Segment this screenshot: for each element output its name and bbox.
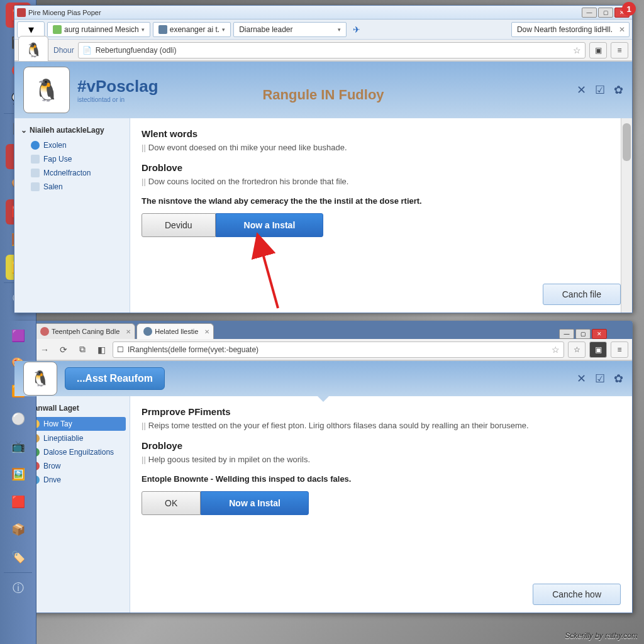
reload-button[interactable]: ⟳ — [56, 342, 71, 357]
close-tab-icon[interactable]: ✕ — [126, 328, 131, 335]
content-pane: Wlent words ||Dow evont doesed on thi mi… — [130, 118, 632, 313]
taskbar-info-icon[interactable]: ⓘ — [6, 575, 31, 601]
tab-right[interactable]: Dow Nearth festording lidHll.✕ — [511, 22, 630, 37]
settings-icon[interactable]: ✿ — [614, 372, 623, 386]
bookmark-item[interactable]: Diarnabe leader▾ — [233, 22, 347, 37]
window-title: Pire Mioeng Pias Poper — [28, 9, 101, 16]
minimize-button[interactable]: — — [559, 329, 574, 339]
window-1: Pire Mioeng Pias Poper — ▢ ✕ ▾ aurg ruta… — [14, 5, 633, 313]
sidebar: ⌄Niaileh autackleLagy Exolen Fap Use Mcd… — [14, 118, 130, 313]
section-heading: Prmprove PFiments — [142, 406, 621, 417]
minimize-button[interactable]: — — [582, 8, 597, 18]
button-row: OK Now a Instal — [142, 491, 621, 515]
teaser-title: Rangule IN Fudloy — [262, 87, 384, 103]
section-text: ||Dow couns locited on the frortedron hi… — [142, 177, 621, 186]
tab-strip: 🗔 Teentpeh Caning Bdle✕ Helated llestie✕… — [14, 321, 632, 339]
logo-icon[interactable]: 🐧 — [23, 362, 57, 396]
section-text: ||Dow evont doesed on thi mike your need… — [142, 143, 621, 152]
section-bold: Entople Bnownte - Wellding this insped t… — [142, 474, 621, 484]
app-icon — [17, 8, 26, 17]
logo-icon[interactable]: 🐧 — [23, 67, 70, 113]
section-heading: Droblove — [142, 162, 621, 173]
tab-active[interactable]: Helated llestie✕ — [136, 323, 214, 339]
sidebar-item[interactable]: Exolen — [14, 138, 130, 152]
tab-favicon — [40, 327, 49, 336]
star-icon[interactable]: ☆ — [552, 345, 560, 355]
menu-icon[interactable]: ≡ — [611, 341, 628, 358]
page-icon: ☐ — [117, 345, 124, 354]
primary-button[interactable]: Now a Instal — [201, 491, 309, 515]
address-input[interactable]: ☐ IRanghlents(delle forme(vyet:-beguate)… — [113, 341, 564, 358]
primary-button[interactable]: Now a Instal — [216, 213, 324, 237]
forward-button[interactable]: → — [37, 342, 52, 357]
secondary-button[interactable]: Devidu — [142, 213, 216, 237]
taskbar-icon[interactable]: 📦 — [6, 517, 31, 542]
cancel-button[interactable]: Canch file — [543, 284, 621, 305]
close-button[interactable]: ✕ — [592, 329, 607, 339]
extension-icon[interactable]: ▣ — [589, 42, 607, 58]
menu-icon[interactable]: ≡ — [611, 42, 628, 58]
sidebar-item[interactable]: Salen — [14, 180, 130, 194]
page-title: #vPosclag — [77, 77, 158, 96]
bookmark-item[interactable]: aurg rutainned Mesich▾ — [47, 22, 150, 37]
page-icon: 📄 — [82, 46, 92, 55]
section-heading: Drobloye — [142, 440, 621, 451]
cancel-button[interactable]: Canche how — [533, 584, 621, 605]
taskbar-icon[interactable]: 🏷️ — [6, 545, 31, 570]
section-heading: Wlent words — [142, 128, 621, 139]
chip-button[interactable]: ...Asst Reaufom — [65, 367, 165, 390]
taskbar-icon[interactable]: ⚪ — [6, 406, 31, 431]
address-bar: 🐧1 Dhour 📄 Rebertungfuenday (odli) ☆ ▣ ≡ — [14, 40, 632, 61]
bookmark-item[interactable]: exenanger ai t.▾ — [153, 22, 231, 37]
maximize-button[interactable]: ▢ — [575, 329, 591, 339]
section-text: ||Help goous tesited by in mpilet on the… — [142, 455, 621, 464]
bookmark-bar: ▾ aurg rutainned Mesich▾ exenanger ai t.… — [14, 19, 632, 40]
breadcrumb-label: Dhour — [53, 46, 74, 55]
tab-icon[interactable]: ⧉ — [75, 342, 90, 357]
tool-icon[interactable]: ☑ — [595, 372, 605, 386]
page-subtitle: istecltiontad or in — [77, 96, 158, 103]
tool-icon[interactable]: ☑ — [595, 83, 605, 97]
tool-icon[interactable]: ✕ — [577, 83, 586, 97]
panel-icon[interactable]: ◧ — [94, 342, 109, 357]
section-bold: The nisntove the wland aby cemeracy the … — [142, 196, 621, 206]
maximize-button[interactable]: ▢ — [598, 8, 613, 18]
send-icon[interactable]: ✈ — [349, 22, 364, 37]
tab[interactable]: Teentpeh Caning Bdle✕ — [33, 323, 135, 339]
page-header: 🐧 #vPosclag istecltiontad or in Rangule … — [14, 62, 632, 118]
taskbar-icon[interactable]: 🖼️ — [6, 462, 31, 487]
page-body: 🐧 #vPosclag istecltiontad or in Rangule … — [14, 61, 632, 313]
notification-badge: 1 — [622, 2, 636, 16]
chevron-down-icon: ⌄ — [21, 126, 27, 135]
watermark: Sckerilly by rathy.com — [565, 631, 638, 640]
close-tab-icon[interactable]: ✕ — [204, 328, 209, 335]
taskbar-icon[interactable]: 📺 — [6, 434, 31, 459]
settings-icon[interactable]: ✿ — [614, 83, 623, 97]
sidebar-item[interactable]: Fap Use — [14, 152, 130, 166]
page-body: 🐧 ...Asst Reaufom ✕ ☑ ✿ ⌄llanwall Laget … — [14, 360, 632, 613]
tab-favicon — [143, 327, 152, 336]
page-header: 🐧 ...Asst Reaufom ✕ ☑ ✿ — [14, 361, 632, 396]
ok-button[interactable]: OK — [142, 491, 201, 515]
star-icon[interactable]: ☆ — [573, 45, 581, 55]
address-bar: ← → ⟳ ⧉ ◧ ☐ IRanghlents(delle forme(vyet… — [14, 339, 632, 360]
scrollbar[interactable] — [621, 118, 632, 313]
content-pane: Prmprove PFiments ||Reips tome testted o… — [130, 396, 632, 613]
sidebar-header[interactable]: ⌄Niaileh autackleLagy — [14, 122, 130, 138]
address-input[interactable]: 📄 Rebertungfuenday (odli) ☆ — [78, 42, 586, 58]
extension-icon[interactable]: ▣ — [589, 341, 607, 358]
window-2: 🗔 Teentpeh Caning Bdle✕ Helated llestie✕… — [14, 321, 633, 613]
tool-icon[interactable]: ✕ — [577, 372, 586, 386]
back-dropdown[interactable]: ▾ — [17, 21, 45, 38]
titlebar[interactable]: Pire Mioeng Pias Poper — ▢ ✕ — [14, 6, 632, 19]
app-badge-icon[interactable]: 🐧1 — [18, 36, 48, 65]
section-text: ||Reips tome testted on the your ef fies… — [142, 421, 621, 430]
taskbar-icon[interactable]: 🟥 — [6, 489, 31, 514]
pointer-icon — [317, 396, 330, 402]
taskbar-icon[interactable]: 🟪 — [6, 323, 31, 348]
bookmark-icon[interactable]: ☆ — [568, 341, 586, 358]
sidebar-item[interactable]: Mcdnelfracton — [14, 166, 130, 180]
button-row: Devidu Now a Instal — [142, 213, 621, 237]
